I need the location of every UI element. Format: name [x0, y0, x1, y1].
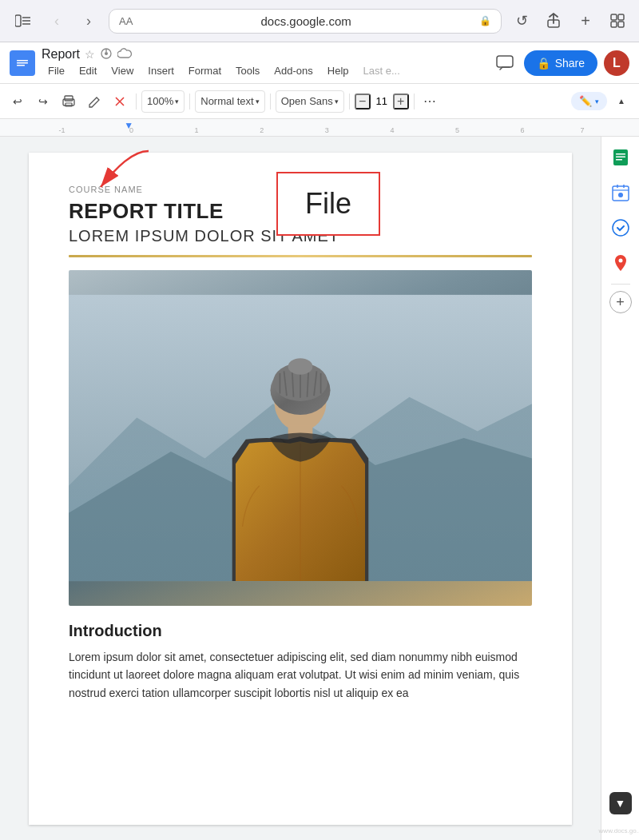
svg-point-33: [288, 358, 313, 374]
print-button[interactable]: [58, 90, 80, 113]
svg-point-44: [613, 220, 629, 236]
aa-label: AA: [119, 15, 133, 27]
sidebar-add-btn[interactable]: +: [609, 291, 632, 313]
reload-btn[interactable]: ↺: [510, 9, 534, 33]
document-area: File COURSE NAME REPORT TITLE LOREM IPSU…: [0, 137, 601, 840]
zoom-chevron: ▾: [175, 98, 179, 105]
sidebar-maps-icon[interactable]: [606, 249, 635, 277]
sidebar-sheets-icon[interactable]: [606, 143, 635, 172]
menu-insert[interactable]: Insert: [141, 62, 181, 79]
share-lock-icon: 🔒: [537, 57, 550, 70]
font-size-value: 11: [372, 95, 391, 107]
share-label: Share: [555, 57, 585, 70]
separator-4: [349, 94, 350, 109]
last-edit-label: Last e...: [357, 62, 407, 79]
clear-format-button[interactable]: [109, 90, 131, 113]
svg-rect-15: [105, 49, 106, 52]
content-area: File COURSE NAME REPORT TITLE LOREM IPSU…: [0, 137, 639, 840]
sidebar-calendar-icon[interactable]: [606, 178, 635, 207]
lock-icon: 🔒: [479, 15, 491, 26]
annotation-text: File: [305, 187, 351, 221]
header-right: 🔒 Share L: [492, 50, 629, 76]
ruler: -1 0 1 2 3 4 5 6 7 ▼: [0, 119, 639, 137]
sidebar-divider: [611, 284, 630, 285]
redo-button[interactable]: ↪: [32, 90, 54, 113]
font-chevron: ▾: [335, 98, 339, 105]
font-size-control: − 11 +: [355, 94, 409, 109]
svg-rect-12: [17, 65, 25, 66]
doc-title-area: Report ☆ File Edit View Insert Format To: [42, 47, 486, 79]
menu-view[interactable]: View: [105, 62, 140, 79]
doc-title: Report: [42, 47, 80, 62]
font-family-value: Open Sans: [281, 95, 333, 107]
annotation-arrow: [85, 143, 157, 199]
svg-rect-0: [15, 15, 21, 26]
app-header: Report ☆ File Edit View Insert Format To: [0, 42, 639, 84]
more-options-btn[interactable]: ⋯: [419, 90, 442, 113]
edit-mode-btn[interactable]: ✏️ ▾: [571, 92, 607, 110]
sidebar-toggle-btn[interactable]: [10, 7, 37, 34]
separator-2: [189, 94, 190, 109]
separator-3: [270, 94, 271, 109]
add-tab-btn[interactable]: +: [574, 9, 597, 33]
document-page: File COURSE NAME REPORT TITLE LOREM IPSU…: [29, 153, 572, 825]
intro-heading: Introduction: [69, 622, 532, 640]
text-style-chevron: ▾: [256, 98, 260, 105]
paint-format-button[interactable]: [83, 90, 105, 113]
zoom-dropdown[interactable]: 100% ▾: [141, 90, 185, 113]
font-family-dropdown[interactable]: Open Sans ▾: [276, 90, 344, 113]
svg-rect-11: [17, 62, 28, 64]
address-bar[interactable]: AA docs.google.com 🔒: [109, 9, 502, 34]
history-icon[interactable]: [100, 47, 113, 62]
menu-bar: File Edit View Insert Format Tools Add-o…: [42, 62, 486, 79]
text-style-value: Normal text: [200, 95, 253, 107]
toolbar: ↩ ↪ 100% ▾ Normal text ▾ Open Sans ▾ − 1…: [0, 84, 639, 119]
svg-rect-6: [618, 14, 624, 20]
svg-rect-16: [497, 56, 513, 67]
font-size-decrease[interactable]: −: [355, 94, 371, 109]
svg-point-14: [105, 52, 108, 55]
intro-text: Lorem ipsum dolor sit amet, consectetuer…: [69, 648, 532, 702]
collapse-toolbar-btn[interactable]: ▲: [610, 90, 633, 113]
avatar: L: [604, 50, 629, 76]
sidebar-tasks-icon[interactable]: [606, 213, 635, 242]
right-sidebar: + ▼ www.docs.go...: [601, 137, 639, 840]
share-button[interactable]: 🔒 Share: [524, 50, 597, 76]
annotation-box: File: [276, 172, 380, 236]
back-button[interactable]: ‹: [45, 9, 69, 33]
menu-help[interactable]: Help: [321, 62, 355, 79]
text-style-dropdown[interactable]: Normal text ▾: [195, 90, 264, 113]
ruler-arrow: ▼: [124, 120, 133, 131]
menu-edit[interactable]: Edit: [73, 62, 103, 79]
svg-rect-17: [65, 96, 73, 101]
divider-line: [69, 255, 532, 257]
menu-file[interactable]: File: [42, 62, 71, 79]
separator-5: [414, 94, 415, 109]
document-image: [69, 270, 532, 606]
share-browser-btn[interactable]: [542, 9, 566, 33]
star-icon[interactable]: ☆: [85, 48, 95, 61]
svg-point-45: [618, 259, 622, 263]
svg-rect-8: [618, 22, 624, 27]
menu-format[interactable]: Format: [182, 62, 228, 79]
watermark: www.docs.go...: [599, 827, 639, 834]
font-size-increase[interactable]: +: [393, 94, 409, 109]
comment-btn[interactable]: [492, 50, 518, 76]
undo-button[interactable]: ↩: [6, 90, 29, 113]
scroll-down-btn[interactable]: ▼: [609, 792, 632, 814]
menu-addons[interactable]: Add-ons: [268, 62, 319, 79]
pencil-icon: ✏️: [579, 95, 592, 107]
tabs-btn[interactable]: [605, 9, 629, 33]
svg-rect-7: [611, 22, 617, 27]
svg-rect-38: [616, 159, 622, 161]
docs-app-icon: [10, 50, 35, 76]
url-display: docs.google.com: [139, 14, 473, 28]
zoom-value: 100%: [147, 95, 173, 107]
edit-chevron: ▾: [595, 98, 599, 105]
cloud-icon[interactable]: [117, 48, 132, 62]
svg-rect-37: [616, 157, 625, 158]
menu-tools[interactable]: Tools: [229, 62, 266, 79]
forward-button[interactable]: ›: [77, 9, 101, 33]
svg-rect-36: [616, 153, 625, 155]
separator-1: [136, 94, 137, 109]
